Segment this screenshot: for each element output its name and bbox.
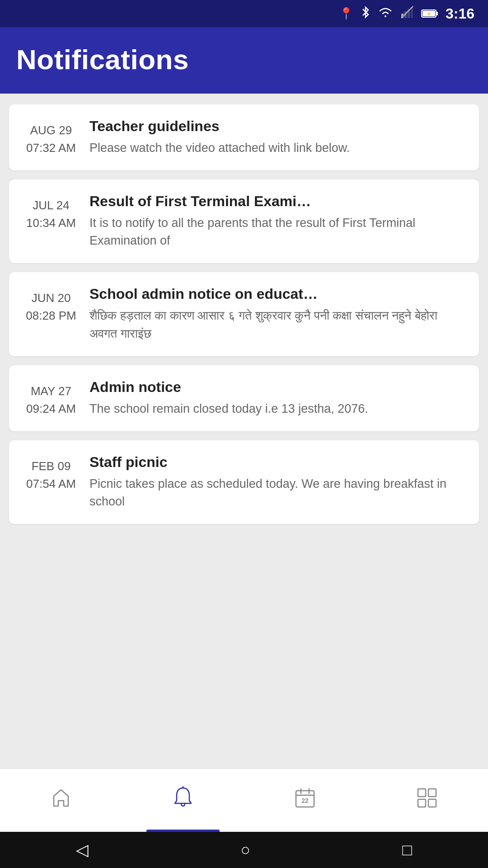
bottom-navigation: 22: [0, 769, 488, 832]
notification-description: Picnic takes place as scheduled today. W…: [89, 475, 466, 510]
battery-icon: ⚡: [421, 9, 438, 19]
notification-title: Admin notice: [89, 379, 466, 396]
svg-rect-16: [418, 789, 426, 797]
page-title: Notifications: [16, 43, 472, 75]
notification-item[interactable]: JUN 20 08:28 PM School admin notice on e…: [9, 272, 479, 356]
status-time: 3:16: [446, 5, 474, 22]
notification-item[interactable]: MAY 27 09:24 AM Admin notice The school …: [9, 365, 479, 431]
notification-content: Teacher guidelines Please watch the vide…: [89, 118, 466, 157]
bluetooth-icon: [361, 5, 371, 22]
recents-button[interactable]: □: [402, 840, 412, 859]
notification-title: Result of First Terminal Exami…: [89, 193, 466, 210]
notification-description: Please watch the video attached with lin…: [89, 139, 466, 157]
notification-item[interactable]: AUG 29 07:32 AM Teacher guidelines Pleas…: [9, 104, 479, 170]
page-header: Notifications: [0, 27, 488, 94]
home-icon: [50, 787, 72, 814]
notification-date: JUN 20 08:28 PM: [22, 286, 80, 325]
grid-icon: [416, 787, 438, 814]
notification-content: Admin notice The school remain closed to…: [89, 379, 466, 418]
svg-rect-17: [428, 789, 436, 797]
nav-item-home[interactable]: [0, 769, 122, 832]
nav-item-menu[interactable]: [366, 769, 488, 832]
notification-title: Teacher guidelines: [89, 118, 466, 135]
notification-title: School admin notice on educat…: [89, 286, 466, 302]
back-button[interactable]: ◁: [76, 840, 89, 859]
nav-item-notifications[interactable]: [122, 769, 244, 832]
home-button[interactable]: ○: [240, 840, 250, 859]
svg-rect-18: [418, 799, 426, 807]
calendar-icon: 22: [294, 787, 316, 814]
notification-description: The school remain closed today i.e 13 je…: [89, 400, 466, 418]
notification-date: AUG 29 07:32 AM: [22, 118, 80, 157]
notification-description: It is to notify to all the parents that …: [89, 214, 466, 250]
notification-content: Staff picnic Picnic takes place as sched…: [89, 454, 466, 510]
notification-content: School admin notice on educat… शैछिक हड़…: [89, 286, 466, 342]
signal-off-icon: [400, 5, 414, 22]
status-bar: 📍: [0, 0, 488, 27]
notification-description: शैछिक हड़ताल का कारण आसार ६ गते शुक्रवार…: [89, 307, 466, 342]
svg-point-0: [385, 15, 386, 17]
notification-item[interactable]: FEB 09 07:54 AM Staff picnic Picnic take…: [9, 440, 479, 524]
svg-rect-19: [428, 799, 436, 807]
notification-item[interactable]: JUL 24 10:34 AM Result of First Terminal…: [9, 179, 479, 263]
notification-date: FEB 09 07:54 AM: [22, 454, 80, 493]
notification-content: Result of First Terminal Exami… It is to…: [89, 193, 466, 250]
svg-text:⚡: ⚡: [426, 11, 432, 17]
notification-date: JUL 24 10:34 AM: [22, 193, 80, 232]
wifi-icon: [378, 6, 393, 21]
nav-item-calendar[interactable]: 22: [244, 769, 366, 832]
location-icon: 📍: [339, 7, 353, 21]
notifications-list: AUG 29 07:32 AM Teacher guidelines Pleas…: [0, 94, 488, 768]
svg-rect-8: [436, 12, 438, 15]
status-icons: 📍: [339, 5, 474, 22]
notification-date: MAY 27 09:24 AM: [22, 379, 80, 418]
svg-text:22: 22: [301, 797, 309, 804]
system-navigation: ◁ ○ □: [0, 832, 488, 868]
notification-title: Staff picnic: [89, 454, 466, 471]
bell-icon: [172, 786, 194, 815]
